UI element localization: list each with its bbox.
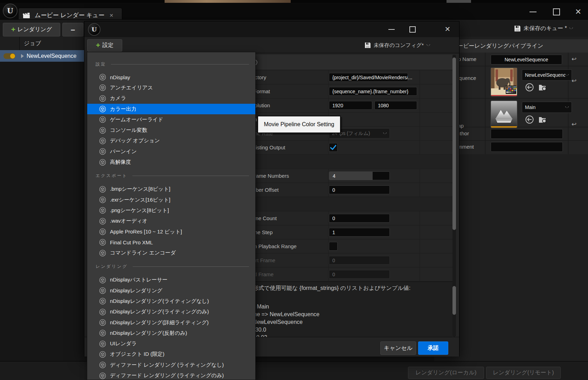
settings-menu-item-label: デバッグ オプション: [110, 137, 160, 144]
config-save-control[interactable]: 未保存のコンフィグ*: [365, 40, 430, 50]
author-field[interactable]: [491, 129, 563, 139]
number-field[interactable]: 0: [329, 270, 390, 279]
sequence-asset-dropdown[interactable]: NewLevelSequence: [522, 69, 572, 81]
checkmark-icon: [330, 144, 337, 150]
settings-menu-item[interactable]: nDisplayレンダリング(詳細ライティング): [87, 317, 255, 328]
settings-menu-item-label: ディファード レンダリング (ライティングのみ): [110, 372, 224, 379]
setting-cube-icon: [99, 308, 106, 315]
settings-menu-item[interactable]: ゲームオーバーライド: [87, 114, 255, 125]
revert-icon[interactable]: ↩: [572, 77, 576, 84]
form-scrollbar-thumb[interactable]: [452, 57, 456, 230]
browse-to-asset-icon[interactable]: [538, 115, 548, 124]
settings-menu-item[interactable]: アンチエイリアス: [87, 82, 255, 93]
checkbox[interactable]: [329, 242, 338, 251]
cancel-button[interactable]: キャンセル: [380, 341, 416, 355]
use-selected-asset-icon[interactable]: [525, 115, 534, 124]
settings-menu-item[interactable]: コマンドライン エンコーダ: [87, 247, 255, 258]
browse-to-asset-icon[interactable]: [538, 83, 548, 92]
settings-menu-item[interactable]: カメラ: [87, 93, 255, 104]
tab-close-icon[interactable]: ✕: [109, 13, 113, 18]
file-name-format-field[interactable]: {sequence_name}.{frame_number}: [329, 87, 417, 96]
form-row-reset-cell: [420, 84, 452, 98]
settings-menu-item[interactable]: オブジェクト ID (限定): [87, 349, 255, 360]
form-row-reset-cell: [420, 225, 452, 239]
job-enabled-toggle[interactable]: [4, 53, 15, 59]
setting-cube-icon: [99, 361, 106, 368]
resolution-width-field[interactable]: 1920: [329, 101, 372, 110]
modal-close-button[interactable]: ✕: [442, 24, 453, 34]
settings-menu-item[interactable]: カラー出力: [87, 104, 255, 114]
modal-maximize-button[interactable]: [407, 25, 418, 34]
queue-save-control[interactable]: 未保存のキュー *: [514, 23, 573, 34]
use-selected-asset-icon[interactable]: [525, 83, 534, 92]
form-row-value: 4: [328, 169, 420, 183]
render-local-button[interactable]: レンダリング(ローカル): [408, 367, 484, 379]
window-minimize-button[interactable]: [527, 7, 539, 17]
map-thumbnail-image: [491, 101, 517, 128]
settings-menu-item[interactable]: Final Cut Pro XML: [87, 237, 255, 247]
map-asset-dropdown[interactable]: Main: [522, 102, 572, 113]
render-remote-label: レンダリング(リモート): [493, 369, 554, 376]
settings-menu-item[interactable]: .wavオーディオ: [87, 216, 255, 226]
clapperboard-icon: [22, 12, 30, 19]
settings-menu-item[interactable]: UIレンダラ: [87, 339, 255, 349]
expand-arrow-icon[interactable]: [21, 54, 24, 58]
browse-directory-button[interactable]: ...: [408, 74, 413, 80]
divider: [485, 53, 485, 154]
revert-icon[interactable]: ↩: [572, 55, 576, 63]
settings-menu-item[interactable]: ディファード レンダリング (ライティングのみ): [87, 370, 255, 380]
settings-menu-item[interactable]: nDisplayレンダリング: [87, 285, 255, 296]
number-field[interactable]: 0: [329, 256, 390, 265]
add-render-job-button[interactable]: + レンダリング: [3, 23, 60, 36]
setting-cube-icon: [99, 84, 106, 91]
render-remote-button[interactable]: レンダリング(リモート): [486, 367, 561, 379]
revert-icon[interactable]: ↩: [572, 121, 576, 128]
modal-minimize-button[interactable]: [386, 25, 397, 34]
settings-menu-item-label: 高解像度: [110, 159, 131, 165]
chevron-down-icon: [565, 74, 569, 76]
setting-cube-icon: [99, 239, 106, 246]
accept-button[interactable]: 承諾: [418, 341, 448, 355]
modal-titlebar: U ✕: [84, 21, 459, 37]
settings-menu-item[interactable]: nDisplayレンダリング(ライティングなし): [87, 296, 255, 306]
settings-menu-item[interactable]: ディファード レンダリング (ライティングなし): [87, 360, 255, 370]
spinbox-field[interactable]: 4: [329, 171, 390, 180]
window-maximize-button[interactable]: [551, 7, 562, 17]
spinbox-fill: [329, 172, 373, 180]
settings-menu-item[interactable]: .pngシーケンス[8ビット]: [87, 205, 255, 216]
map-asset-value: Main: [525, 104, 535, 110]
settings-menu-item[interactable]: .bmpシーケンス[8ビット]: [87, 184, 255, 195]
settings-menu-item[interactable]: Apple ProRes [10 ~ 12 ビット]: [87, 226, 255, 237]
comment-field[interactable]: [491, 142, 563, 152]
settings-menu-item[interactable]: デバッグ オプション: [87, 136, 255, 146]
settings-menu-item[interactable]: nDisplayパストレーサー: [87, 275, 255, 285]
sequence-thumbnail[interactable]: [491, 68, 517, 96]
unreal-logo-icon: U: [3, 4, 18, 18]
map-thumbnail[interactable]: [491, 101, 517, 128]
form-row-reset-cell: [420, 267, 452, 281]
settings-menu-item-label: UIレンダラ: [110, 340, 137, 347]
number-field[interactable]: 0: [329, 185, 390, 194]
chevron-down-icon: [569, 27, 573, 29]
settings-menu-item[interactable]: バーンイン: [87, 146, 255, 157]
settings-menu-item[interactable]: nDisplay: [87, 72, 255, 82]
settings-menu-item[interactable]: 高解像度: [87, 157, 255, 167]
add-render-label: レンダリング: [18, 26, 52, 33]
settings-menu-item[interactable]: .exrシーケンス[16ビット]: [87, 195, 255, 205]
number-field[interactable]: 1: [329, 228, 390, 237]
settings-menu-item[interactable]: nDisplayレンダリング(反射のみ): [87, 328, 255, 338]
checkbox[interactable]: [329, 143, 338, 152]
window-close-button[interactable]: ✕: [572, 7, 584, 17]
settings-menu-item[interactable]: コンソール変数: [87, 125, 255, 135]
job-name-field[interactable]: NewLevelSequence: [491, 55, 562, 65]
resolution-height-field[interactable]: 1080: [374, 101, 417, 110]
add-setting-button[interactable]: + 設定: [87, 39, 122, 52]
settings-menu-item[interactable]: nDisplayレンダリング(ライティングのみ): [87, 307, 255, 317]
column-divider: [19, 37, 20, 50]
setting-cube-icon: [99, 137, 106, 144]
menu-section-title: エクスポート: [96, 173, 127, 179]
number-field[interactable]: 0: [329, 214, 390, 223]
remove-job-button[interactable]: –: [62, 23, 83, 36]
info-scrollbar-thumb[interactable]: [452, 286, 456, 315]
output-directory-field[interactable]: {project_dir}/Saved/MovieRenders/: [329, 73, 408, 82]
